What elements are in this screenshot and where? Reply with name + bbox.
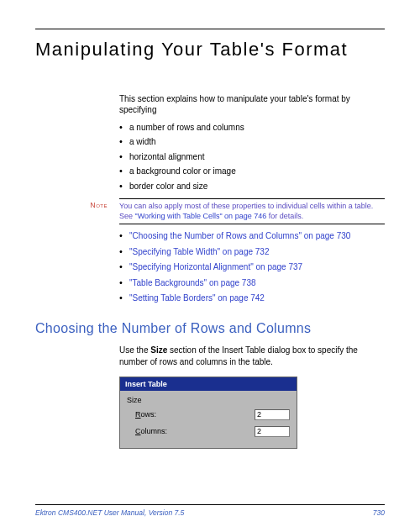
section-paragraph: Use the Size section of the Insert Table… xyxy=(119,345,385,368)
page-footer: Ektron CMS400.NET User Manual, Version 7… xyxy=(35,504,385,517)
para-pre: Use the xyxy=(119,345,150,355)
section-heading: Choosing the Number of Rows and Columns xyxy=(35,321,385,336)
dialog-row-columns: Columns: xyxy=(127,426,290,437)
list-item: a number of rows and columns xyxy=(119,123,385,134)
top-rule xyxy=(35,29,385,29)
topic-link[interactable]: "Table Backgrounds" on page 738 xyxy=(119,278,385,289)
para-bold: Size xyxy=(150,345,167,355)
dialog-row-rows: Rows: xyxy=(127,409,290,420)
list-item: a width xyxy=(119,137,385,148)
intro-paragraph: This section explains how to manipulate … xyxy=(119,93,385,116)
dialog-title-bar: Insert Table xyxy=(120,377,297,391)
footer-page-number: 730 xyxy=(373,508,385,517)
note-label: Note xyxy=(79,198,108,209)
list-item: a background color or image xyxy=(119,166,385,177)
insert-table-dialog: Insert Table Size Rows: Columns: xyxy=(119,377,297,449)
note-block: Note You can also apply most of these pr… xyxy=(79,198,385,224)
main-column: This section explains how to manipulate … xyxy=(119,93,385,304)
note-link[interactable]: "Working with Table Cells" on page 746 xyxy=(135,212,267,220)
dialog-group-label: Size xyxy=(127,396,290,404)
columns-label: Columns: xyxy=(135,427,255,435)
columns-input[interactable] xyxy=(255,426,290,437)
list-item: horizontal alignment xyxy=(119,152,385,163)
page-title: Manipulating Your Table's Format xyxy=(35,38,385,61)
topic-link[interactable]: "Specifying Horizontal Alignment" on pag… xyxy=(119,262,385,273)
dialog-body: Size Rows: Columns: xyxy=(120,391,297,448)
section-column: Use the Size section of the Insert Table… xyxy=(119,345,385,368)
note-text-2: for details. xyxy=(266,212,303,220)
note-box: You can also apply most of these propert… xyxy=(119,198,385,224)
footer-left: Ektron CMS400.NET User Manual, Version 7… xyxy=(35,508,184,517)
list-item: border color and size xyxy=(119,182,385,192)
topic-link-list: "Choosing the Number of Rows and Columns… xyxy=(119,231,385,304)
topic-link[interactable]: "Setting Table Borders" on page 742 xyxy=(119,293,385,304)
topic-link[interactable]: "Choosing the Number of Rows and Columns… xyxy=(119,231,385,242)
specifying-list: a number of rows and columns a width hor… xyxy=(119,123,385,192)
rows-label: Rows: xyxy=(135,410,255,419)
rows-input[interactable] xyxy=(255,409,290,420)
document-page: Manipulating Your Table's Format This se… xyxy=(0,0,420,532)
page-content: Manipulating Your Table's Format This se… xyxy=(0,0,420,449)
topic-link[interactable]: "Specifying Table Width" on page 732 xyxy=(119,247,385,258)
